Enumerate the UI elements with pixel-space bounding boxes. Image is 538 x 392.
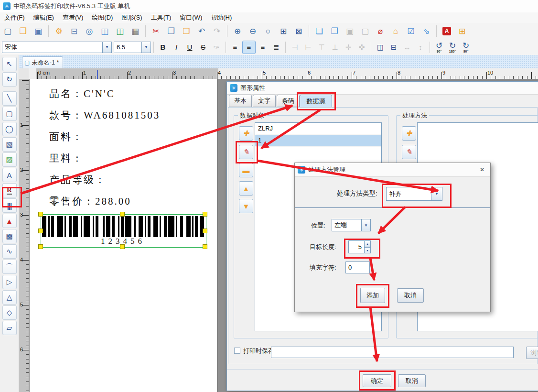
menu-tools[interactable]: 工具(T) bbox=[147, 12, 176, 23]
object-properties-button[interactable]: ☑ bbox=[404, 24, 418, 38]
send-backward-button[interactable]: ❐ bbox=[328, 24, 341, 38]
text-anchor-button[interactable]: ✑ bbox=[210, 41, 223, 54]
list-item[interactable]: 1 bbox=[255, 135, 381, 147]
move-down-button[interactable]: ▼ bbox=[239, 199, 253, 213]
label-text-line[interactable]: 零售价：288.00 bbox=[49, 195, 131, 208]
fit-page-button[interactable]: ⊞ bbox=[277, 24, 290, 38]
grid-button[interactable]: ▦ bbox=[129, 24, 142, 38]
rotate-right-90-button[interactable]: ↻90° bbox=[460, 41, 472, 54]
tab-data-source[interactable]: 数据源 bbox=[300, 95, 332, 108]
method-type-select[interactable]: 补齐 bbox=[386, 187, 431, 201]
qrcode-tool[interactable]: ▩ bbox=[2, 229, 17, 243]
group-button[interactable]: ▣ bbox=[343, 24, 356, 38]
menu-edit[interactable]: 编辑(E) bbox=[29, 12, 58, 23]
rotate-180-button[interactable]: ↻180° bbox=[446, 41, 459, 54]
align-left-button[interactable]: ≡ bbox=[229, 41, 241, 54]
new-document-button[interactable]: ▢ bbox=[1, 24, 14, 38]
database-connect-button[interactable]: ◫ bbox=[113, 24, 127, 38]
rotate-tool[interactable]: ↻ bbox=[2, 72, 17, 87]
align-center-button[interactable]: ≡ bbox=[242, 41, 256, 54]
tab-basic[interactable]: 基本 bbox=[229, 95, 252, 107]
align-left-edges-button[interactable]: ⊣ bbox=[289, 41, 301, 54]
underline-button[interactable]: U bbox=[183, 41, 196, 54]
cancel-button[interactable]: 取消 bbox=[398, 374, 426, 387]
position-select[interactable]: 左端 bbox=[332, 219, 362, 231]
chevron-down-icon[interactable]: ▼ bbox=[141, 42, 151, 53]
selection-handle-e[interactable] bbox=[203, 229, 207, 233]
copy-button[interactable]: ❐ bbox=[164, 24, 178, 38]
selection-handle-n[interactable] bbox=[120, 212, 125, 217]
selection-handle-ne[interactable] bbox=[203, 212, 207, 217]
tab-barcode[interactable]: 条码 bbox=[277, 95, 300, 107]
bold-button[interactable]: B bbox=[157, 41, 169, 54]
settings-button[interactable]: ⚙ bbox=[52, 24, 65, 38]
parallelogram-tool[interactable]: ▱ bbox=[2, 321, 17, 335]
selection-handle-se[interactable] bbox=[203, 244, 207, 249]
label-text-line[interactable]: 款号：WA681081503 bbox=[49, 109, 160, 122]
selection-handle-w[interactable] bbox=[38, 229, 43, 233]
fit-selection-button[interactable]: ⊠ bbox=[292, 24, 305, 38]
strikethrough-button[interactable]: S bbox=[197, 41, 209, 54]
align-right-button[interactable]: ≡ bbox=[257, 41, 269, 54]
polygon-tool[interactable]: ▷ bbox=[2, 275, 17, 289]
bring-forward-button[interactable]: ❏ bbox=[312, 24, 326, 38]
selection-handle-nw[interactable] bbox=[38, 212, 43, 217]
seal-tool[interactable]: ▲ bbox=[2, 214, 17, 228]
align-right-edges-button[interactable]: ⊢ bbox=[302, 41, 314, 54]
add-button[interactable]: 添加 bbox=[360, 288, 385, 303]
rich-text-tool[interactable]: R bbox=[2, 183, 17, 197]
italic-button[interactable]: I bbox=[170, 41, 183, 54]
hide-object-button[interactable]: ⌀ bbox=[374, 24, 387, 38]
target-length-spinner[interactable]: ▴ ▾ bbox=[364, 240, 371, 253]
chevron-down-icon[interactable]: ▼ bbox=[361, 219, 371, 231]
ellipse-tool[interactable]: ◯ bbox=[2, 122, 17, 136]
align-center-h-button[interactable]: ✛ bbox=[342, 41, 355, 54]
zoom-out-button[interactable]: ⊖ bbox=[246, 24, 259, 38]
add-data-object-button[interactable]: ✚ bbox=[239, 126, 253, 141]
tab-text[interactable]: 文字 bbox=[253, 95, 276, 107]
database-button[interactable]: ◫ bbox=[98, 24, 111, 38]
select-tool[interactable]: ↖ bbox=[2, 57, 17, 71]
line-tool[interactable]: ╲ bbox=[2, 91, 17, 106]
lock-object-button[interactable]: ⌂ bbox=[389, 24, 402, 38]
font-family-select[interactable]: 宋体 ▼ bbox=[2, 42, 112, 53]
rounded-rect-tool[interactable]: ▢ bbox=[2, 107, 17, 121]
font-size-select[interactable]: 6.5 ▼ bbox=[114, 42, 151, 53]
cut-button[interactable]: ✂ bbox=[149, 24, 162, 38]
print-save-checkbox[interactable] bbox=[234, 348, 240, 354]
align-top-edges-button[interactable]: ⊤ bbox=[315, 41, 328, 54]
barcode-tool[interactable]: ||| bbox=[2, 198, 17, 213]
pdf-export-button[interactable]: A bbox=[440, 24, 453, 38]
align-bottom-edges-button[interactable]: ⊥ bbox=[329, 41, 341, 54]
print-save-path-input[interactable] bbox=[271, 347, 514, 358]
pad-char-input[interactable]: 0 bbox=[345, 261, 370, 273]
selection-handle-s[interactable] bbox=[120, 244, 125, 249]
align-justify-button[interactable]: ≣ bbox=[270, 41, 282, 54]
center-vertical-button[interactable]: ⊟ bbox=[387, 41, 400, 54]
document-tab[interactable]: ▢ 未命名-1 * bbox=[22, 56, 63, 68]
edit-method-button[interactable]: ✎ bbox=[402, 145, 416, 159]
confirm-button[interactable]: 确定 bbox=[363, 374, 391, 387]
method-cancel-button[interactable]: 取消 bbox=[397, 288, 424, 303]
label-text-line[interactable]: 面料： bbox=[49, 130, 84, 143]
center-horizontal-button[interactable]: ◫ bbox=[374, 41, 387, 54]
menu-view[interactable]: 查看(V) bbox=[58, 12, 87, 23]
zoom-in-button[interactable]: ⊕ bbox=[231, 24, 244, 38]
save-button[interactable]: ▣ bbox=[32, 24, 45, 38]
add-method-button[interactable]: ✚ bbox=[402, 126, 416, 141]
print-button[interactable]: ⊟ bbox=[67, 24, 81, 38]
menu-shape[interactable]: 图形(S) bbox=[117, 12, 146, 23]
open-file-button[interactable]: ❐ bbox=[16, 24, 30, 38]
calculator-button[interactable]: ⊞ bbox=[455, 24, 469, 38]
undo-button[interactable]: ↶ bbox=[195, 24, 208, 38]
print-preview-button[interactable]: ◎ bbox=[83, 24, 96, 38]
space-horizontal-button[interactable]: ↔ bbox=[401, 41, 413, 54]
align-center-v-button[interactable]: ✜ bbox=[355, 41, 368, 54]
triangle-tool[interactable]: △ bbox=[2, 290, 17, 305]
remove-data-object-button[interactable]: ▬ bbox=[239, 163, 253, 177]
rotate-left-90-button[interactable]: ↺90° bbox=[433, 41, 445, 54]
redo-button[interactable]: ↷ bbox=[210, 24, 224, 38]
distribute-button[interactable]: ⇘ bbox=[420, 24, 433, 38]
spin-down-icon[interactable]: ▾ bbox=[364, 247, 371, 254]
chevron-down-icon[interactable]: ▼ bbox=[102, 42, 111, 53]
